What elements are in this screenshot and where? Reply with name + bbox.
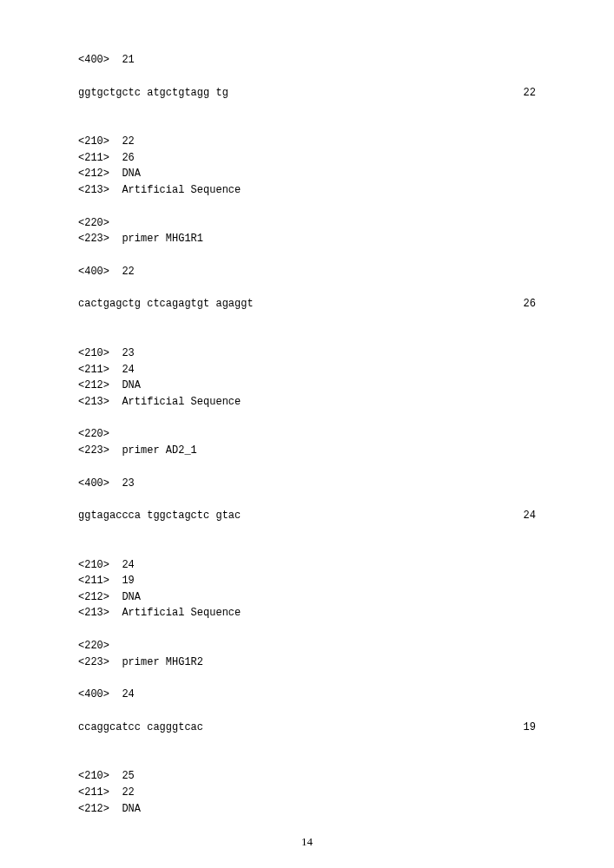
sequence-line: ggtagaccca tggctagctc gtac24 — [78, 508, 536, 524]
text-block: <210> 23<211> 24<212> DNA<213> Artificia… — [78, 345, 536, 410]
text-line: <212> DNA — [78, 589, 536, 606]
text-line: <210> 22 — [78, 134, 536, 150]
sequence-length: 26 — [524, 296, 536, 312]
text-line: <223> primer MHG1R1 — [78, 231, 536, 247]
text-line: <220> — [78, 426, 536, 443]
text-line: <223> primer AD2_1 — [78, 443, 536, 459]
text-line: <210> 25 — [78, 768, 536, 785]
text-block: <220><223> primer AD2_1 — [78, 426, 536, 458]
sequence-text: cactgagctg ctcagagtgt agaggt — [78, 296, 254, 312]
text-line: <213> Artificial Sequence — [78, 605, 536, 621]
text-line: <211> 22 — [78, 785, 536, 801]
text-line: <400> 21 — [78, 52, 536, 69]
text-block: <400> 24 — [78, 687, 536, 703]
text-line: <212> DNA — [78, 378, 536, 394]
sequence-text: ggtagaccca tggctagctc gtac — [78, 508, 241, 524]
text-line: <211> 26 — [78, 150, 536, 167]
text-line: <213> Artificial Sequence — [78, 182, 536, 199]
text-block: <220><223> primer MHG1R2 — [78, 638, 536, 670]
text-block: <400> 22 — [78, 264, 536, 280]
sequence-line: cactgagctg ctcagagtgt agaggt26 — [78, 296, 536, 312]
sequence-text: ggtgctgctc atgctgtagg tg — [78, 85, 228, 102]
sequence-length: 24 — [524, 508, 536, 524]
text-line: <211> 24 — [78, 362, 536, 378]
text-line: <212> DNA — [78, 166, 536, 182]
sequence-length: 19 — [524, 720, 536, 736]
text-block: <220><223> primer MHG1R1 — [78, 215, 536, 247]
sequence-length: 22 — [524, 85, 536, 102]
text-line: <210> 24 — [78, 557, 536, 574]
sequence-line: ccaggcatcc cagggtcac19 — [78, 720, 536, 736]
text-block: <400> 21 — [78, 52, 536, 69]
text-block: <210> 24<211> 19<212> DNA<213> Artificia… — [78, 557, 536, 621]
text-line: <213> Artificial Sequence — [78, 394, 536, 411]
text-line: <400> 22 — [78, 264, 536, 280]
sequence-line: ggtgctgctc atgctgtagg tg22 — [78, 85, 536, 102]
text-block: <210> 25<211> 22<212> DNA — [78, 768, 536, 817]
text-line: <220> — [78, 638, 536, 654]
text-block: <400> 23 — [78, 476, 536, 492]
text-line: <210> 23 — [78, 345, 536, 362]
text-line: <211> 19 — [78, 573, 536, 589]
text-line: <220> — [78, 215, 536, 232]
text-line: <223> primer MHG1R2 — [78, 654, 536, 671]
text-line: <400> 24 — [78, 687, 536, 703]
text-line: <400> 23 — [78, 476, 536, 492]
sequence-listing: <400> 21ggtgctgctc atgctgtagg tg22<210> … — [78, 52, 536, 817]
text-line: <212> DNA — [78, 801, 536, 818]
text-block: <210> 22<211> 26<212> DNA<213> Artificia… — [78, 134, 536, 198]
page-number: 14 — [78, 833, 536, 851]
sequence-text: ccaggcatcc cagggtcac — [78, 720, 203, 736]
